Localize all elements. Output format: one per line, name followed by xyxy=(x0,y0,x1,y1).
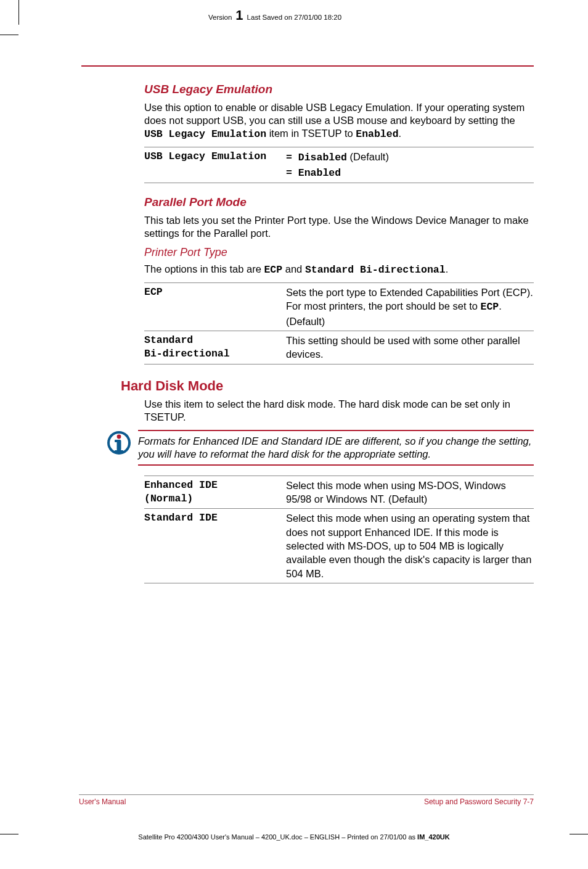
version-label: Version xyxy=(208,14,232,21)
option-desc: This setting should be used with some ot… xyxy=(286,334,534,361)
svg-point-2 xyxy=(117,434,121,439)
info-content: Formats for Enhanced IDE and Standard ID… xyxy=(138,430,534,466)
footer-left: User's Manual xyxy=(79,797,126,806)
option-label: ECP xyxy=(144,286,286,328)
divider xyxy=(144,476,534,476)
text-mono: Enhanced IDE xyxy=(144,479,286,492)
page: Version 1 Last Saved on 27/01/00 18:20 U… xyxy=(0,0,588,869)
option-desc: Sets the port type to Extended Capabilit… xyxy=(286,286,534,328)
footer-row: User's Manual Setup and Password Securit… xyxy=(79,797,534,806)
footer-right: Setup and Password Security 7-7 xyxy=(424,797,534,806)
text: Use this option to enable or disable USB… xyxy=(144,102,525,126)
text: and xyxy=(282,263,305,274)
info-text: Formats for Enhanced IDE and Standard ID… xyxy=(138,431,534,464)
text: . xyxy=(399,128,402,139)
option-row: Enhanced IDE (Normal) Select this mode w… xyxy=(144,477,534,508)
option-row: Standard IDE Select this mode when using… xyxy=(144,510,534,581)
option-desc: Select this mode when using an operating… xyxy=(286,511,534,580)
text-bold: IM_420UK xyxy=(417,833,450,841)
heading-usb-legacy: USB Legacy Emulation xyxy=(144,83,534,96)
option-label: USB Legacy Emulation xyxy=(144,150,286,180)
heading-parallel: Parallel Port Mode xyxy=(144,196,534,209)
text-mono: Standard Bi-directional xyxy=(305,264,446,276)
option-label: Enhanced IDE (Normal) xyxy=(144,479,286,506)
print-line: Satellite Pro 4200/4300 User's Manual – … xyxy=(0,833,588,841)
divider xyxy=(144,147,534,147)
divider xyxy=(144,282,534,283)
para-usb-legacy: Use this option to enable or disable USB… xyxy=(144,101,534,141)
top-rule xyxy=(81,65,534,67)
divider xyxy=(144,183,534,183)
text-mono: Enabled xyxy=(298,167,341,179)
text-mono: = xyxy=(286,152,298,163)
divider xyxy=(144,583,534,583)
text: . xyxy=(446,263,449,274)
svg-rect-4 xyxy=(115,450,123,453)
para-parallel: This tab lets you set the Printer Port t… xyxy=(144,214,534,240)
option-label: Standard IDE xyxy=(144,511,286,580)
divider xyxy=(144,508,534,509)
divider xyxy=(144,364,534,364)
option-line: = Disabled (Default) xyxy=(286,150,534,165)
info-box: Formats for Enhanced IDE and Standard ID… xyxy=(106,430,534,466)
text-mono: (Normal) xyxy=(144,492,286,506)
option-desc: Select this mode when using MS-DOS, Wind… xyxy=(286,479,534,506)
option-block-hdd: Enhanced IDE (Normal) Select this mode w… xyxy=(144,476,534,583)
option-block-usb: USB Legacy Emulation = Disabled (Default… xyxy=(144,147,534,183)
footer-rule xyxy=(79,794,534,795)
text-mono: Bi-directional xyxy=(144,347,286,361)
option-row: USB Legacy Emulation = Disabled (Default… xyxy=(144,149,534,181)
text-mono: = xyxy=(286,167,298,179)
text: (Default) xyxy=(347,151,389,162)
option-label: Standard Bi-directional xyxy=(144,334,286,361)
text-mono: Standard xyxy=(144,334,286,347)
option-row: ECP Sets the port type to Extended Capab… xyxy=(144,284,534,329)
version-number: 1 xyxy=(235,9,243,22)
footer: User's Manual Setup and Password Securit… xyxy=(79,794,534,806)
last-saved: Last Saved on 27/01/00 18:20 xyxy=(247,14,341,21)
crop-mark xyxy=(0,35,18,35)
text-mono: USB Legacy Emulation xyxy=(144,128,266,140)
option-block-parallel: ECP Sets the port type to Extended Capab… xyxy=(144,282,534,364)
text: Satellite Pro 4200/4300 User's Manual – … xyxy=(138,833,417,841)
text: item in TSETUP to xyxy=(266,128,356,139)
text: The options in this tab are xyxy=(144,263,264,274)
option-line: = Enabled xyxy=(286,165,534,180)
para-printer-port: The options in this tab are ECP and Stan… xyxy=(144,263,534,276)
page-header: Version 1 Last Saved on 27/01/00 18:20 xyxy=(208,9,558,22)
info-rule xyxy=(138,464,534,466)
heading-hdd: Hard Disk Mode xyxy=(121,378,534,394)
content: USB Legacy Emulation Use this option to … xyxy=(81,65,534,583)
option-desc: = Disabled (Default) = Enabled xyxy=(286,150,534,180)
text-mono: Enabled xyxy=(356,128,398,140)
para-hdd: Use this item to select the hard disk mo… xyxy=(144,398,534,424)
info-icon xyxy=(106,430,132,456)
subheading-printer-port: Printer Port Type xyxy=(144,246,534,259)
svg-rect-5 xyxy=(115,440,120,442)
text-mono: ECP xyxy=(480,301,499,313)
option-row: Standard Bi-directional This setting sho… xyxy=(144,332,534,363)
divider xyxy=(144,331,534,331)
crop-mark xyxy=(18,0,19,25)
text-mono: Disabled xyxy=(298,152,347,163)
text-mono: ECP xyxy=(264,264,282,276)
